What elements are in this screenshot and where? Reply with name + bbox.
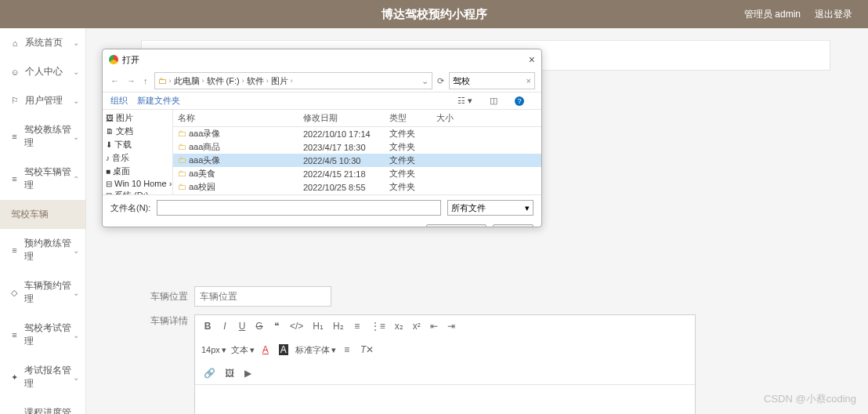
tree-item[interactable]: ⊟Win 10 Home ›: [106, 178, 169, 189]
preview-pane-icon[interactable]: ◫: [490, 96, 497, 106]
chevron-icon: ⌄: [73, 67, 79, 76]
underline-icon[interactable]: U: [236, 319, 248, 333]
sidebar-item-8[interactable]: ≡驾校考试管理⌄: [0, 314, 85, 356]
up-icon[interactable]: ↑: [142, 76, 150, 85]
path-bar[interactable]: 🗀 › 此电脑› 软件 (F:)› 软件› 图片› ⌄: [154, 72, 433, 89]
indent-icon[interactable]: ⇤: [428, 319, 440, 333]
logout-link[interactable]: 退出登录: [815, 8, 852, 21]
admin-label[interactable]: 管理员 admin: [744, 8, 801, 21]
tree-item[interactable]: 🖼图片: [106, 111, 169, 125]
sidebar-item-10[interactable]: ≡课程进度管理⌄: [0, 398, 85, 414]
chevron-icon: ⌄: [73, 373, 79, 382]
chevron-icon: ⌄: [73, 133, 79, 141]
code-icon[interactable]: </>: [288, 319, 306, 333]
sidebar-item-label: 驾校教练管理: [24, 123, 76, 150]
tree-item[interactable]: ■桌面: [106, 165, 169, 178]
align-icon[interactable]: ≡: [341, 343, 353, 357]
bold-icon[interactable]: B: [201, 319, 214, 333]
refresh-icon[interactable]: ⟳: [437, 76, 444, 86]
dialog-title: 打开: [122, 54, 139, 66]
sidebar-item-label: 个人中心: [25, 65, 63, 78]
detail-label: 车辆详情: [141, 314, 188, 328]
fonttype-select[interactable]: 文本 ▾: [231, 344, 255, 356]
sidebar-item-0[interactable]: ⌂系统首页⌄: [0, 28, 85, 57]
chevron-icon: ⌄: [73, 246, 79, 255]
view-mode-icon[interactable]: ☷ ▾: [458, 96, 472, 106]
close-icon[interactable]: ×: [529, 53, 535, 66]
fontcolor-icon[interactable]: A: [259, 343, 272, 357]
forward-icon[interactable]: →: [125, 76, 137, 85]
tree-item[interactable]: ⬇下载: [106, 138, 169, 151]
app-header: 博达驾校预约小程序 管理员 admin 退出登录: [0, 0, 868, 28]
sidebar-item-4[interactable]: ≡驾校车辆管理⌃: [0, 158, 85, 200]
fontsize-select[interactable]: 14px ▾: [201, 345, 226, 355]
list-ul-icon[interactable]: ⋮≡: [368, 319, 388, 333]
header-right: 管理员 admin 退出登录: [744, 8, 852, 21]
folder-icon: 🗀: [178, 142, 186, 151]
chevron-icon: ⌄: [73, 38, 79, 47]
outdent-icon[interactable]: ⇥: [445, 319, 458, 333]
nav-icon: ⚐: [9, 96, 20, 107]
sidebar-item-2[interactable]: ⚐用户管理⌄: [0, 86, 85, 115]
sidebar-item-label: 考试报名管理: [24, 364, 76, 390]
file-row[interactable]: 🗀aaa录像2022/10/10 17:14文件夹: [173, 127, 541, 140]
strike-icon[interactable]: G: [253, 319, 266, 333]
watermark: CSDN @小蔡coding: [764, 392, 856, 406]
sidebar-item-1[interactable]: ☺个人中心⌄: [0, 57, 85, 86]
sidebar-item-label: 用户管理: [25, 94, 63, 107]
new-folder-button[interactable]: 新建文件夹: [137, 95, 180, 107]
sub-icon[interactable]: x₂: [392, 319, 406, 333]
cancel-button[interactable]: 取消: [493, 224, 533, 227]
sup-icon[interactable]: x²: [410, 319, 423, 333]
help-icon[interactable]: ?: [515, 96, 524, 106]
sidebar-item-3[interactable]: ≡驾校教练管理⌄: [0, 115, 85, 158]
video-icon[interactable]: ▶: [241, 366, 254, 380]
position-label: 车辆位置: [141, 290, 188, 303]
clear-search-icon[interactable]: ×: [526, 76, 531, 85]
sidebar-item-7[interactable]: ◇车辆预约管理⌄: [0, 271, 85, 314]
sidebar-item-label: 驾校车辆: [11, 208, 49, 221]
image-icon[interactable]: 🖼: [222, 366, 237, 380]
file-list: 名称 修改日期 类型 大小 🗀aaa录像2022/10/10 17:14文件夹🗀…: [173, 110, 541, 194]
search-input[interactable]: 驾校 ×: [449, 72, 535, 89]
clear-icon[interactable]: T✕: [358, 343, 376, 357]
list-header: 名称 修改日期 类型 大小: [173, 110, 541, 127]
organize-menu[interactable]: 组织: [110, 95, 128, 107]
nav-icon: ☺: [9, 67, 20, 78]
h2-icon[interactable]: H₂: [331, 319, 346, 333]
chrome-icon: [109, 55, 118, 64]
editor-body[interactable]: [195, 385, 695, 414]
sidebar-item-6[interactable]: ≡预约教练管理⌄: [0, 229, 85, 271]
tree-item[interactable]: ⊟系统 (D:): [106, 189, 169, 194]
filename-row: 文件名(N): 所有文件▾: [103, 194, 541, 220]
sidebar-item-9[interactable]: ✦考试报名管理⌄: [0, 356, 85, 398]
chevron-icon: ⌄: [73, 289, 79, 297]
list-ol-icon[interactable]: ≡: [351, 319, 363, 333]
quote-icon[interactable]: ❝: [270, 319, 283, 333]
file-row[interactable]: 🗀a宠物、动物2022/10/25 8:49文件夹: [173, 194, 541, 194]
file-row[interactable]: 🗀aaa头像2022/4/5 10:30文件夹: [173, 154, 541, 167]
bgcolor-icon[interactable]: A: [277, 343, 291, 357]
nav-icon: ⌂: [9, 38, 20, 49]
chevron-down-icon[interactable]: ⌄: [421, 76, 429, 86]
fontfamily-select[interactable]: 标准字体 ▾: [295, 344, 336, 356]
file-row[interactable]: 🗀aa校园2022/10/25 8:55文件夹: [173, 180, 541, 194]
filetype-select[interactable]: 所有文件▾: [447, 200, 533, 216]
file-row[interactable]: 🗀aaa商品2023/4/17 18:30文件夹: [173, 140, 541, 154]
file-row[interactable]: 🗀aa美食2022/4/15 21:18文件夹: [173, 167, 541, 180]
italic-icon[interactable]: I: [219, 319, 231, 333]
tree-item[interactable]: ♪音乐: [106, 151, 169, 165]
nav-icon: ≡: [9, 245, 20, 256]
rich-editor: B I U G ❝ </> H₁ H₂ ≡ ⋮≡ x₂ x² ⇤ ⇥ 14px …: [194, 314, 696, 414]
link-icon[interactable]: 🔗: [201, 366, 218, 380]
h1-icon[interactable]: H₁: [310, 319, 326, 333]
folder-icon: 🗀: [178, 169, 186, 178]
sidebar-item-5[interactable]: 驾校车辆: [0, 200, 85, 229]
open-button[interactable]: 打开(O) ▾: [426, 224, 486, 227]
sidebar-item-label: 预约教练管理: [24, 237, 76, 263]
filename-input[interactable]: [157, 200, 441, 216]
tree-item[interactable]: 🗎文档: [106, 125, 169, 138]
nav-icon: ≡: [9, 173, 20, 184]
position-input[interactable]: [194, 286, 331, 307]
back-icon[interactable]: ←: [109, 76, 121, 85]
